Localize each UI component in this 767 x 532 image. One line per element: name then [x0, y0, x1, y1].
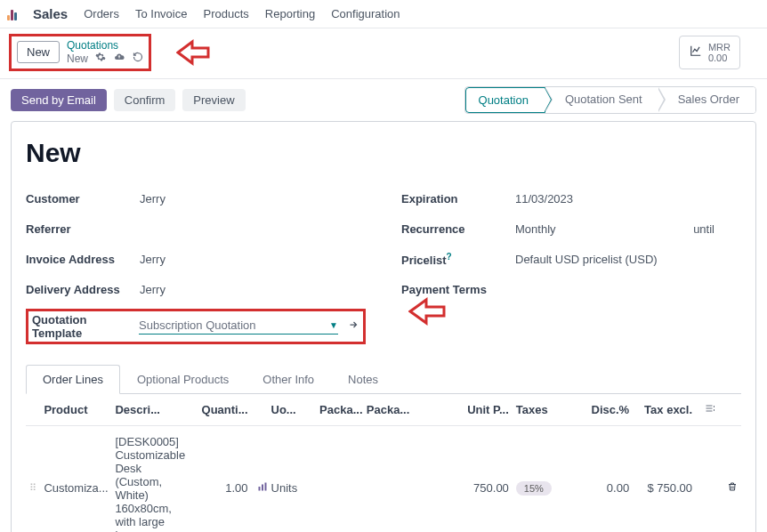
svg-rect-2	[264, 483, 266, 491]
app-logo-icon	[7, 8, 17, 20]
external-link-arrow-icon[interactable]	[347, 319, 359, 333]
tab-optional-products[interactable]: Optional Products	[120, 365, 246, 394]
form-sheet: New Customer Jerry Referrer Invoice Addr…	[11, 121, 756, 532]
mrr-stat-box[interactable]: MRR 0.00	[679, 36, 740, 69]
cell-taxes[interactable]: 15%	[509, 481, 565, 495]
th-description[interactable]: Descri...	[115, 403, 190, 416]
label-recurrence: Recurrence	[401, 222, 515, 236]
value-delivery-address[interactable]: Jerry	[140, 283, 366, 296]
breadcrumb: Quotations New	[67, 39, 143, 66]
tab-notes[interactable]: Notes	[331, 365, 395, 394]
label-pricelist: Pricelist?	[401, 252, 515, 267]
cloud-upload-icon[interactable]	[113, 52, 125, 65]
label-quotation-template: Quotation Template	[32, 313, 139, 340]
th-quantity[interactable]: Quanti...	[191, 403, 254, 416]
quotation-template-highlight-box: Quotation Template Subscription Quotatio…	[26, 309, 366, 344]
th-disc[interactable]: Disc.%	[564, 403, 629, 416]
breadcrumb-highlight-box: New Quotations New	[9, 34, 151, 71]
cell-tax-excl[interactable]: $ 750.00	[629, 481, 692, 495]
label-delivery-address: Delivery Address	[26, 283, 140, 296]
breadcrumb-parent[interactable]: Quotations	[67, 39, 143, 52]
value-pricelist[interactable]: Default USD pricelist (USD)	[515, 253, 741, 266]
status-bar: Quotation Quotation Sent Sales Order	[464, 86, 756, 114]
label-customer: Customer	[26, 192, 140, 206]
status-sales-order[interactable]: Sales Order	[658, 87, 755, 113]
new-button[interactable]: New	[17, 41, 60, 63]
label-referrer: Referrer	[26, 222, 140, 236]
menu-products[interactable]: Products	[203, 7, 248, 20]
menu-orders[interactable]: Orders	[84, 7, 119, 20]
value-customer[interactable]: Jerry	[140, 192, 366, 206]
quotation-template-select[interactable]: Subscription Quotation ▼	[139, 318, 338, 335]
th-packaging2[interactable]: Packa...	[367, 403, 414, 416]
cell-disc[interactable]: 0.00	[564, 481, 629, 495]
cell-product[interactable]: Customiza...	[44, 481, 115, 495]
svg-rect-0	[258, 487, 260, 491]
delete-row-icon[interactable]	[716, 480, 738, 496]
value-invoice-address[interactable]: Jerry	[140, 253, 366, 266]
th-unit-price[interactable]: Unit P...	[460, 403, 509, 416]
annotation-arrow-left-1	[176, 38, 212, 67]
table-header: Product Descri... Quanti... Uo... Packa.…	[26, 394, 741, 426]
status-quotation[interactable]: Quotation	[465, 87, 545, 113]
annotation-arrow-left-2	[408, 296, 448, 329]
page-title: New	[26, 138, 741, 168]
cell-unit-price[interactable]: 750.00	[460, 481, 509, 495]
forecast-chart-icon[interactable]	[254, 481, 271, 495]
chart-line-icon	[689, 44, 703, 60]
secondary-bar: New Quotations New	[0, 28, 767, 79]
menu-configuration[interactable]: Configuration	[331, 7, 400, 20]
pricelist-help-icon[interactable]: ?	[447, 252, 452, 262]
undo-icon[interactable]	[133, 52, 143, 65]
top-menu-bar: Sales Orders To Invoice Products Reporti…	[0, 0, 767, 28]
cell-uom[interactable]: Units	[271, 481, 320, 495]
menu-reporting[interactable]: Reporting	[265, 7, 315, 20]
quotation-template-value: Subscription Quotation	[139, 318, 329, 332]
menu-sales[interactable]: Sales	[33, 6, 68, 21]
chevron-down-icon[interactable]: ▼	[329, 320, 338, 330]
tab-order-lines[interactable]: Order Lines	[26, 365, 120, 394]
tab-other-info[interactable]: Other Info	[246, 365, 331, 394]
status-quotation-sent[interactable]: Quotation Sent	[545, 87, 658, 113]
mrr-label: MRR	[708, 42, 731, 52]
th-uom[interactable]: Uo...	[271, 403, 320, 416]
label-expiration: Expiration	[401, 192, 515, 206]
label-invoice-address: Invoice Address	[26, 253, 140, 266]
breadcrumb-current: New	[67, 52, 88, 65]
label-until: until	[693, 222, 715, 236]
th-product[interactable]: Product	[44, 403, 115, 416]
table-row: ⠿ Customiza... [DESK0005] Customizable D…	[26, 426, 741, 532]
action-bar: Send by Email Confirm Preview Quotation …	[0, 79, 767, 121]
preview-button[interactable]: Preview	[182, 89, 245, 111]
tax-badge[interactable]: 15%	[516, 481, 552, 496]
confirm-button[interactable]: Confirm	[114, 89, 176, 111]
send-by-email-button[interactable]: Send by Email	[11, 89, 107, 111]
gear-icon[interactable]	[95, 52, 106, 65]
cell-description[interactable]: [DESK0005] Customizable Desk (Custom, Wh…	[115, 435, 190, 532]
cell-quantity[interactable]: 1.00	[191, 481, 254, 495]
menu-to-invoice[interactable]: To Invoice	[135, 7, 188, 20]
svg-rect-1	[262, 485, 263, 491]
mrr-value: 0.00	[708, 52, 731, 63]
form-tabs: Order Lines Optional Products Other Info…	[26, 364, 741, 394]
th-packaging1[interactable]: Packa...	[319, 403, 367, 416]
value-recurrence[interactable]: Monthly	[515, 222, 556, 236]
th-tax-excl[interactable]: Tax excl.	[629, 403, 692, 416]
column-options-icon[interactable]	[692, 403, 716, 416]
value-expiration[interactable]: 11/03/2023	[515, 192, 741, 206]
drag-handle-icon[interactable]: ⠿	[29, 482, 44, 494]
th-taxes[interactable]: Taxes	[509, 403, 565, 416]
label-payment-terms: Payment Terms	[401, 283, 515, 296]
